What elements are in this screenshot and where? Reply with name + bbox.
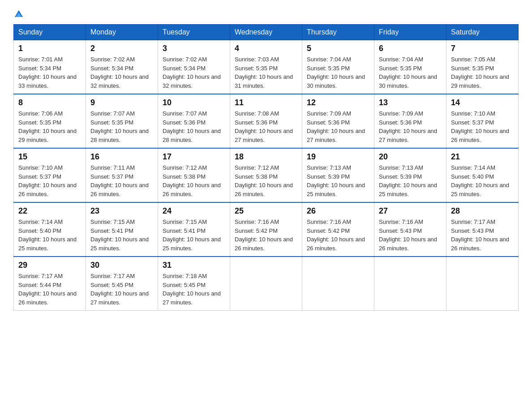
calendar-cell: 27 Sunrise: 7:16 AM Sunset: 5:43 PM Dayl… <box>374 202 446 257</box>
week-row-5: 29 Sunrise: 7:17 AM Sunset: 5:44 PM Dayl… <box>14 257 519 311</box>
calendar-cell: 13 Sunrise: 7:09 AM Sunset: 5:36 PM Dayl… <box>374 94 446 148</box>
calendar-cell: 8 Sunrise: 7:06 AM Sunset: 5:35 PM Dayli… <box>14 94 86 148</box>
calendar-cell: 30 Sunrise: 7:17 AM Sunset: 5:45 PM Dayl… <box>86 257 158 311</box>
day-number: 27 <box>379 206 442 216</box>
day-number: 3 <box>163 44 225 53</box>
calendar-cell: 1 Sunrise: 7:01 AM Sunset: 5:34 PM Dayli… <box>14 40 86 94</box>
calendar-cell: 6 Sunrise: 7:04 AM Sunset: 5:35 PM Dayli… <box>374 40 446 94</box>
day-number: 15 <box>18 152 81 162</box>
day-number: 29 <box>18 261 81 270</box>
day-number: 16 <box>90 152 153 162</box>
day-info: Sunrise: 7:11 AM Sunset: 5:37 PM Dayligh… <box>90 163 153 198</box>
day-info: Sunrise: 7:08 AM Sunset: 5:36 PM Dayligh… <box>235 109 297 144</box>
calendar-cell: 2 Sunrise: 7:02 AM Sunset: 5:34 PM Dayli… <box>86 40 158 94</box>
day-number: 12 <box>307 98 369 107</box>
day-number: 13 <box>379 98 442 107</box>
weekday-header-friday: Friday <box>374 25 446 40</box>
logo-icon <box>13 9 24 20</box>
calendar-cell: 21 Sunrise: 7:14 AM Sunset: 5:40 PM Dayl… <box>446 148 519 202</box>
day-info: Sunrise: 7:13 AM Sunset: 5:39 PM Dayligh… <box>379 163 442 198</box>
calendar-cell: 5 Sunrise: 7:04 AM Sunset: 5:35 PM Dayli… <box>302 40 374 94</box>
day-info: Sunrise: 7:09 AM Sunset: 5:36 PM Dayligh… <box>379 109 442 144</box>
calendar-cell: 11 Sunrise: 7:08 AM Sunset: 5:36 PM Dayl… <box>230 94 302 148</box>
day-info: Sunrise: 7:15 AM Sunset: 5:41 PM Dayligh… <box>163 218 225 253</box>
calendar-cell <box>446 257 519 311</box>
calendar-cell: 10 Sunrise: 7:07 AM Sunset: 5:36 PM Dayl… <box>158 94 230 148</box>
weekday-header-monday: Monday <box>86 25 158 40</box>
day-number: 14 <box>451 98 514 107</box>
weekday-header-row: SundayMondayTuesdayWednesdayThursdayFrid… <box>14 25 519 40</box>
day-number: 30 <box>90 261 153 270</box>
logo <box>13 9 26 20</box>
day-info: Sunrise: 7:06 AM Sunset: 5:35 PM Dayligh… <box>18 109 81 144</box>
day-info: Sunrise: 7:04 AM Sunset: 5:35 PM Dayligh… <box>307 55 369 90</box>
calendar-cell: 9 Sunrise: 7:07 AM Sunset: 5:35 PM Dayli… <box>86 94 158 148</box>
week-row-4: 22 Sunrise: 7:14 AM Sunset: 5:40 PM Dayl… <box>14 202 519 257</box>
day-info: Sunrise: 7:01 AM Sunset: 5:34 PM Dayligh… <box>18 55 81 90</box>
day-info: Sunrise: 7:14 AM Sunset: 5:40 PM Dayligh… <box>18 218 81 253</box>
week-row-3: 15 Sunrise: 7:10 AM Sunset: 5:37 PM Dayl… <box>14 148 519 202</box>
calendar-cell: 28 Sunrise: 7:17 AM Sunset: 5:43 PM Dayl… <box>446 202 519 257</box>
day-number: 26 <box>307 206 369 216</box>
day-number: 25 <box>235 206 297 216</box>
day-number: 28 <box>451 206 514 216</box>
calendar-cell <box>374 257 446 311</box>
day-number: 5 <box>307 44 369 53</box>
day-number: 20 <box>379 152 442 162</box>
day-info: Sunrise: 7:15 AM Sunset: 5:41 PM Dayligh… <box>90 218 153 253</box>
day-info: Sunrise: 7:17 AM Sunset: 5:44 PM Dayligh… <box>18 272 81 307</box>
calendar-cell: 14 Sunrise: 7:10 AM Sunset: 5:37 PM Dayl… <box>446 94 519 148</box>
day-number: 18 <box>235 152 297 162</box>
day-number: 2 <box>90 44 153 53</box>
day-info: Sunrise: 7:14 AM Sunset: 5:40 PM Dayligh… <box>451 163 514 198</box>
day-info: Sunrise: 7:05 AM Sunset: 5:35 PM Dayligh… <box>451 55 514 90</box>
day-number: 4 <box>235 44 297 53</box>
calendar-cell: 20 Sunrise: 7:13 AM Sunset: 5:39 PM Dayl… <box>374 148 446 202</box>
day-info: Sunrise: 7:02 AM Sunset: 5:34 PM Dayligh… <box>163 55 225 90</box>
calendar-cell: 25 Sunrise: 7:16 AM Sunset: 5:42 PM Dayl… <box>230 202 302 257</box>
day-number: 21 <box>451 152 514 162</box>
day-info: Sunrise: 7:07 AM Sunset: 5:36 PM Dayligh… <box>163 109 225 144</box>
calendar-table: SundayMondayTuesdayWednesdayThursdayFrid… <box>13 24 519 311</box>
calendar-cell: 26 Sunrise: 7:16 AM Sunset: 5:42 PM Dayl… <box>302 202 374 257</box>
week-row-2: 8 Sunrise: 7:06 AM Sunset: 5:35 PM Dayli… <box>14 94 519 148</box>
day-info: Sunrise: 7:02 AM Sunset: 5:34 PM Dayligh… <box>90 55 153 90</box>
day-number: 9 <box>90 98 153 107</box>
day-info: Sunrise: 7:17 AM Sunset: 5:45 PM Dayligh… <box>90 272 153 307</box>
weekday-header-wednesday: Wednesday <box>230 25 302 40</box>
calendar-cell: 16 Sunrise: 7:11 AM Sunset: 5:37 PM Dayl… <box>86 148 158 202</box>
day-info: Sunrise: 7:10 AM Sunset: 5:37 PM Dayligh… <box>451 109 514 144</box>
page-header <box>13 9 519 20</box>
day-info: Sunrise: 7:12 AM Sunset: 5:38 PM Dayligh… <box>163 163 225 198</box>
weekday-header-sunday: Sunday <box>14 25 86 40</box>
calendar-cell: 17 Sunrise: 7:12 AM Sunset: 5:38 PM Dayl… <box>158 148 230 202</box>
day-number: 8 <box>18 98 81 107</box>
day-info: Sunrise: 7:12 AM Sunset: 5:38 PM Dayligh… <box>235 163 297 198</box>
day-info: Sunrise: 7:10 AM Sunset: 5:37 PM Dayligh… <box>18 163 81 198</box>
calendar-cell: 18 Sunrise: 7:12 AM Sunset: 5:38 PM Dayl… <box>230 148 302 202</box>
day-number: 31 <box>163 261 225 270</box>
calendar-cell: 7 Sunrise: 7:05 AM Sunset: 5:35 PM Dayli… <box>446 40 519 94</box>
day-number: 23 <box>90 206 153 216</box>
day-info: Sunrise: 7:18 AM Sunset: 5:45 PM Dayligh… <box>163 272 225 307</box>
week-row-1: 1 Sunrise: 7:01 AM Sunset: 5:34 PM Dayli… <box>14 40 519 94</box>
calendar-cell: 12 Sunrise: 7:09 AM Sunset: 5:36 PM Dayl… <box>302 94 374 148</box>
weekday-header-thursday: Thursday <box>302 25 374 40</box>
calendar-cell: 15 Sunrise: 7:10 AM Sunset: 5:37 PM Dayl… <box>14 148 86 202</box>
day-number: 11 <box>235 98 297 107</box>
day-number: 1 <box>18 44 81 53</box>
day-info: Sunrise: 7:16 AM Sunset: 5:43 PM Dayligh… <box>379 218 442 253</box>
day-number: 10 <box>163 98 225 107</box>
day-info: Sunrise: 7:03 AM Sunset: 5:35 PM Dayligh… <box>235 55 297 90</box>
calendar-cell: 4 Sunrise: 7:03 AM Sunset: 5:35 PM Dayli… <box>230 40 302 94</box>
calendar-cell <box>230 257 302 311</box>
day-info: Sunrise: 7:13 AM Sunset: 5:39 PM Dayligh… <box>307 163 369 198</box>
calendar-cell: 24 Sunrise: 7:15 AM Sunset: 5:41 PM Dayl… <box>158 202 230 257</box>
calendar-cell <box>302 257 374 311</box>
calendar-cell: 23 Sunrise: 7:15 AM Sunset: 5:41 PM Dayl… <box>86 202 158 257</box>
day-info: Sunrise: 7:16 AM Sunset: 5:42 PM Dayligh… <box>235 218 297 253</box>
day-info: Sunrise: 7:09 AM Sunset: 5:36 PM Dayligh… <box>307 109 369 144</box>
calendar-cell: 3 Sunrise: 7:02 AM Sunset: 5:34 PM Dayli… <box>158 40 230 94</box>
day-number: 6 <box>379 44 442 53</box>
weekday-header-saturday: Saturday <box>446 25 519 40</box>
